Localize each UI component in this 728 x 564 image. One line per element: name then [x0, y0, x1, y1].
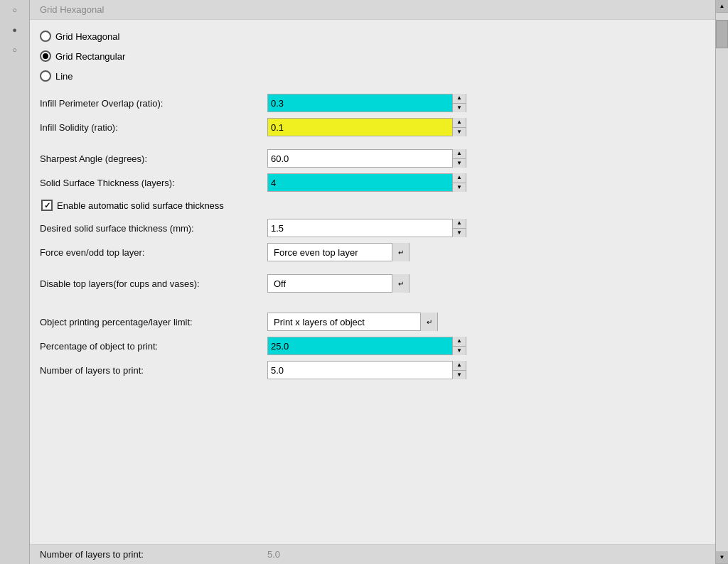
label-infill-solidity: Infill Solidity (ratio):: [40, 122, 267, 133]
spacer-1: [40, 141, 705, 148]
row-force-even-odd: Force even/odd top layer: Force even top…: [40, 242, 705, 263]
dropdown-arrow-disable-top-layers[interactable]: ↵: [392, 274, 409, 293]
spinner-number-of-layers: ▲ ▼: [267, 361, 466, 379]
main-panel: Grid Hexagonal Grid Hexagonal Grid Recta…: [30, 0, 715, 564]
control-percentage-to-print: ▲ ▼: [267, 337, 705, 355]
dropdown-text-disable-top-layers: Off: [268, 277, 392, 291]
spinner-up-solid-surface-thickness[interactable]: ▲: [453, 173, 466, 183]
spinner-up-sharpest-angle[interactable]: ▲: [453, 149, 466, 159]
input-infill-perimeter-overlap[interactable]: [268, 97, 452, 110]
control-force-even-odd: Force even top layer ↵: [267, 243, 705, 261]
control-infill-solidity: ▲ ▼: [267, 118, 705, 136]
scroll-up-button[interactable]: ▲: [716, 0, 728, 13]
label-infill-perimeter-overlap: Infill Perimeter Overlap (ratio):: [40, 98, 267, 109]
input-desired-solid-thickness[interactable]: [268, 222, 452, 235]
bottom-dim-row: Number of layers to print: 5.0: [30, 544, 715, 564]
spinner-down-number-of-layers[interactable]: ▼: [453, 371, 466, 380]
row-desired-solid-thickness: Desired solid surface thickness (mm): ▲ …: [40, 217, 705, 239]
spinner-up-desired-solid-thickness[interactable]: ▲: [453, 219, 466, 229]
spinner-down-infill-solidity[interactable]: ▼: [453, 128, 466, 137]
scroll-track[interactable]: [716, 13, 728, 551]
checkbox-icon-enable-auto-solid[interactable]: [41, 200, 53, 211]
label-sharpest-angle: Sharpest Angle (degrees):: [40, 153, 267, 164]
spinner-infill-perimeter-overlap: ▲ ▼: [267, 94, 466, 112]
spinner-up-infill-solidity[interactable]: ▲: [453, 118, 466, 128]
spacer-2: [40, 266, 705, 273]
radio-label-grid-hexagonal: Grid Hexagonal: [55, 31, 119, 42]
control-desired-solid-thickness: ▲ ▼: [267, 219, 705, 237]
dropdown-arrow-object-printing-limit[interactable]: ↵: [420, 313, 437, 331]
label-number-of-layers: Number of layers to print:: [40, 365, 267, 376]
spinner-desired-solid-thickness: ▲ ▼: [267, 219, 466, 237]
label-desired-solid-thickness: Desired solid surface thickness (mm):: [40, 223, 267, 234]
scroll-down-button[interactable]: ▼: [716, 551, 728, 564]
spinner-sharpest-angle: ▲ ▼: [267, 149, 466, 168]
spinner-percentage-to-print: ▲ ▼: [267, 337, 466, 355]
label-force-even-odd: Force even/odd top layer:: [40, 247, 267, 258]
spinner-down-percentage-to-print[interactable]: ▼: [453, 347, 466, 356]
input-number-of-layers[interactable]: [268, 364, 452, 377]
dropdown-arrow-force-even-odd[interactable]: ↵: [392, 243, 409, 261]
dropdown-object-printing-limit: Print x layers of object ↵: [267, 313, 438, 331]
sidebar-radio-1: ○: [0, 0, 29, 20]
label-enable-auto-solid: Enable automatic solid surface thickness: [57, 200, 224, 211]
spinner-buttons-number-of-layers: ▲ ▼: [452, 361, 466, 379]
control-object-printing-limit: Print x layers of object ↵: [267, 313, 705, 331]
label-solid-surface-thickness: Solid Surface Thickness (layers):: [40, 178, 267, 188]
input-sharpest-angle[interactable]: [268, 152, 452, 166]
radio-row-grid-rectangular[interactable]: Grid Rectangular: [40, 47, 705, 65]
spacer-4: [40, 304, 705, 311]
right-scrollbar: ▲ ▼: [715, 0, 728, 564]
spinner-solid-surface-thickness: ▲ ▼: [267, 173, 466, 192]
row-disable-top-layers: Disable top layers(for cups and vases): …: [40, 273, 705, 294]
app-window: ○ ● ○ Grid Hexagonal Grid Hexagonal: [0, 0, 728, 564]
control-infill-perimeter-overlap: ▲ ▼: [267, 94, 705, 112]
spinner-buttons-sharpest-angle: ▲ ▼: [452, 149, 466, 168]
label-percentage-to-print: Percentage of object to print:: [40, 341, 267, 352]
spinner-down-desired-solid-thickness[interactable]: ▼: [453, 229, 466, 238]
content-area: Grid Hexagonal Grid Rectangular Line: [30, 20, 715, 544]
top-dim-title: Grid Hexagonal: [40, 4, 104, 15]
spinner-down-infill-perimeter-overlap[interactable]: ▼: [453, 104, 466, 113]
radio-label-grid-rectangular: Grid Rectangular: [55, 51, 125, 62]
spinner-down-solid-surface-thickness[interactable]: ▼: [453, 183, 466, 192]
label-disable-top-layers: Disable top layers(for cups and vases):: [40, 278, 267, 289]
row-object-printing-limit: Object printing percentage/layer limit: …: [40, 311, 705, 332]
radio-icon-line[interactable]: [40, 70, 51, 82]
input-solid-surface-thickness[interactable]: [268, 176, 452, 190]
spinner-buttons-percentage-to-print: ▲ ▼: [452, 337, 466, 355]
top-dim-header: Grid Hexagonal: [30, 0, 715, 20]
radio-label-line: Line: [55, 71, 73, 82]
spinner-buttons-infill-perimeter-overlap: ▲ ▼: [452, 94, 466, 112]
radio-icon-grid-hexagonal[interactable]: [40, 31, 51, 42]
left-sidebar: ○ ● ○: [0, 0, 30, 564]
bottom-label: Number of layers to print:: [40, 549, 267, 560]
label-object-printing-limit: Object printing percentage/layer limit:: [40, 317, 267, 327]
radio-icon-grid-rectangular[interactable]: [40, 50, 51, 62]
spinner-down-sharpest-angle[interactable]: ▼: [453, 159, 466, 168]
sidebar-radio-3: ○: [0, 40, 29, 60]
spinner-buttons-desired-solid-thickness: ▲ ▼: [452, 219, 466, 237]
spinner-buttons-infill-solidity: ▲ ▼: [452, 118, 466, 136]
bottom-value: 5.0: [267, 549, 280, 560]
control-number-of-layers: ▲ ▼: [267, 361, 705, 379]
spinner-up-infill-perimeter-overlap[interactable]: ▲: [453, 94, 466, 104]
control-sharpest-angle: ▲ ▼: [267, 149, 705, 168]
dropdown-disable-top-layers: Off ↵: [267, 274, 410, 293]
row-enable-auto-solid[interactable]: Enable automatic solid surface thickness: [40, 196, 705, 215]
fill-pattern-radio-group: Grid Hexagonal Grid Rectangular Line: [40, 27, 705, 85]
input-percentage-to-print[interactable]: [268, 340, 452, 353]
input-infill-solidity[interactable]: [268, 121, 452, 134]
spinner-up-percentage-to-print[interactable]: ▲: [453, 337, 466, 347]
spinner-buttons-solid-surface-thickness: ▲ ▼: [452, 173, 466, 192]
row-percentage-to-print: Percentage of object to print: ▲ ▼: [40, 335, 705, 357]
row-solid-surface-thickness: Solid Surface Thickness (layers): ▲ ▼: [40, 172, 705, 193]
scroll-thumb[interactable]: [716, 20, 728, 48]
spacer-3: [40, 297, 705, 304]
radio-row-line[interactable]: Line: [40, 67, 705, 85]
row-number-of-layers: Number of layers to print: ▲ ▼: [40, 359, 705, 381]
row-sharpest-angle: Sharpest Angle (degrees): ▲ ▼: [40, 148, 705, 169]
radio-row-grid-hexagonal[interactable]: Grid Hexagonal: [40, 27, 705, 45]
sidebar-radio-2: ●: [0, 20, 29, 40]
spinner-up-number-of-layers[interactable]: ▲: [453, 361, 466, 371]
